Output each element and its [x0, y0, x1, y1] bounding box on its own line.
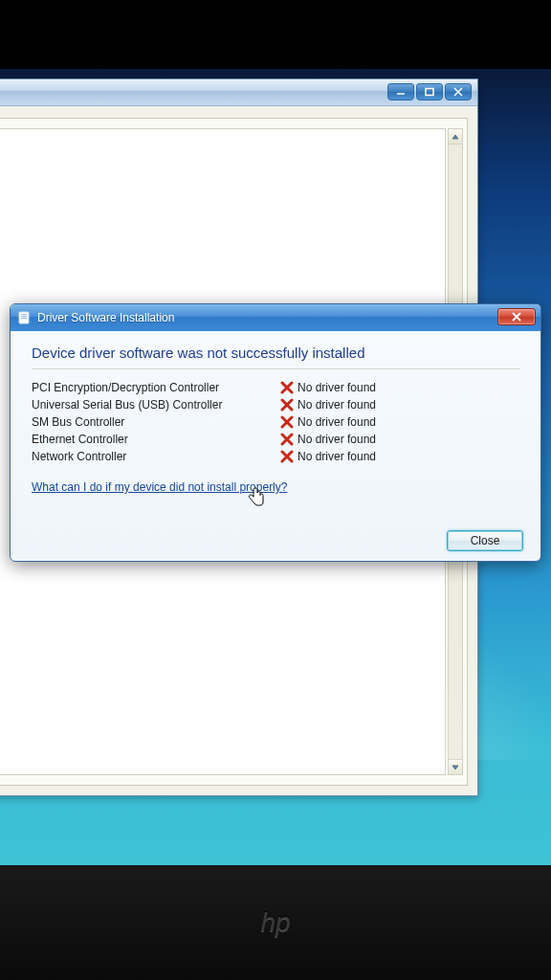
device-status: No driver found: [280, 379, 376, 396]
device-status: No driver found: [280, 413, 376, 431]
device-list: PCI Encryption/Decryption ControllerNo d…: [32, 379, 519, 465]
device-name: Universal Serial Bus (USB) Controller: [32, 396, 280, 413]
dialog-footer: Close: [447, 530, 523, 551]
error-x-icon: [280, 433, 294, 446]
error-x-icon: [280, 398, 294, 412]
minimize-button[interactable]: [387, 83, 414, 100]
device-name: PCI Encryption/Decryption Controller: [32, 379, 280, 396]
dialog-heading: Device driver software was not successfu…: [32, 343, 519, 369]
error-x-icon: [280, 381, 294, 394]
monitor-bezel: hp: [0, 865, 551, 980]
device-status-text: No driver found: [298, 379, 376, 396]
device-row: Universal Serial Bus (USB) ControllerNo …: [32, 396, 519, 413]
device-name: Network Controller: [32, 448, 280, 465]
device-status-text: No driver found: [298, 431, 376, 448]
svg-rect-4: [21, 318, 27, 319]
help-link[interactable]: What can I do if my device did not insta…: [32, 480, 287, 494]
device-row: PCI Encryption/Decryption ControllerNo d…: [32, 379, 519, 396]
desktop-background: Driver Software Installation Device driv…: [0, 69, 551, 865]
device-name: SM Bus Controller: [32, 413, 280, 431]
dialog-close-button[interactable]: [497, 308, 536, 325]
device-status: No driver found: [280, 396, 376, 413]
maximize-button[interactable]: [416, 83, 443, 100]
error-x-icon: [280, 450, 294, 463]
device-status-text: No driver found: [298, 448, 376, 465]
device-name: Ethernet Controller: [32, 431, 280, 448]
scroll-down-button[interactable]: [449, 759, 462, 774]
dialog-titlebar[interactable]: Driver Software Installation: [11, 304, 540, 331]
scroll-up-button[interactable]: [449, 129, 462, 145]
error-x-icon: [280, 415, 294, 429]
device-status: No driver found: [280, 431, 376, 448]
dialog-body: Device driver software was not successfu…: [11, 331, 540, 561]
background-window-controls: [387, 83, 472, 100]
oem-logo: hp: [260, 907, 290, 938]
driver-install-dialog: Driver Software Installation Device driv…: [10, 303, 541, 562]
dialog-title: Driver Software Installation: [37, 311, 174, 324]
background-window-titlebar: [0, 79, 477, 106]
dialog-title-icon: [16, 310, 32, 325]
svg-rect-3: [21, 316, 27, 317]
device-status-text: No driver found: [298, 413, 376, 431]
device-row: SM Bus ControllerNo driver found: [32, 413, 519, 431]
close-button[interactable]: Close: [447, 530, 523, 551]
device-row: Ethernet ControllerNo driver found: [32, 431, 519, 448]
background-close-button[interactable]: [445, 83, 472, 100]
svg-rect-0: [426, 89, 433, 96]
svg-rect-2: [21, 314, 27, 315]
device-status: No driver found: [280, 448, 376, 465]
device-row: Network ControllerNo driver found: [32, 448, 519, 465]
device-status-text: No driver found: [298, 396, 376, 413]
